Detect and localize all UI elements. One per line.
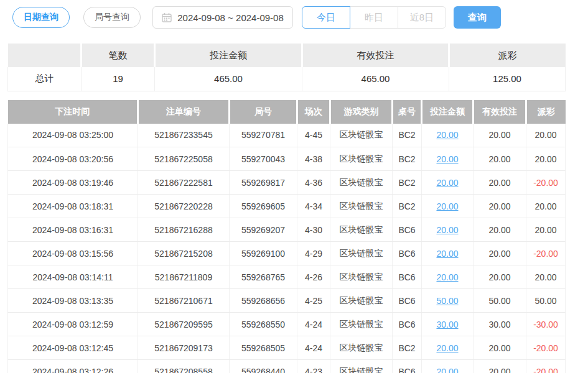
round-query-button[interactable]: 局号查询: [83, 7, 141, 28]
cell-payout: -20.00: [526, 171, 566, 195]
bet-table-row: 2024-09-08 03:12:45 521867209173 5592685…: [8, 336, 566, 360]
header-table-id: 桌号: [393, 100, 422, 124]
bet-table-row: 2024-09-08 03:14:11 521867211809 5592687…: [8, 265, 566, 289]
cell-bet-id: 521867209173: [138, 336, 230, 360]
cell-game-type: 区块链骰宝: [330, 313, 393, 336]
summary-header-valid-bet: 有效投注: [302, 44, 449, 67]
header-bet-id: 注单编号: [138, 100, 230, 124]
cell-session: 4-30: [297, 218, 330, 242]
cell-valid-bet: 20.00: [474, 265, 526, 289]
cell-round-id: 559270781: [230, 124, 297, 147]
cell-payout: -20.00: [526, 242, 566, 265]
bet-table-row: 2024-09-08 03:15:56 521867215208 5592691…: [8, 242, 566, 265]
cell-game-type: 区块链骰宝: [330, 171, 393, 195]
bet-amount-link[interactable]: 50.00: [436, 296, 458, 306]
cell-valid-bet: 20.00: [474, 218, 526, 242]
summary-header-corner: [8, 44, 82, 67]
cell-table-id: BC6: [393, 265, 422, 289]
cell-table-id: BC6: [393, 360, 422, 373]
bet-amount-link[interactable]: 20.00: [436, 249, 458, 259]
cell-valid-bet: 20.00: [474, 242, 526, 265]
cell-round-id: 559270043: [230, 147, 297, 171]
cell-session: 4-24: [297, 313, 330, 336]
date-query-button[interactable]: 日期查询: [12, 7, 70, 28]
cell-bet-id: 521867225058: [138, 147, 230, 171]
bet-amount-link[interactable]: 20.00: [436, 178, 458, 188]
cell-payout: 20.00: [526, 147, 566, 171]
bet-amount-link[interactable]: 20.00: [436, 343, 458, 353]
cell-bet-id: 521867220228: [138, 195, 230, 218]
bet-amount-link[interactable]: 20.00: [436, 272, 458, 282]
cell-session: 4-38: [297, 147, 330, 171]
cell-valid-bet: 20.00: [474, 336, 526, 360]
cell-game-type: 区块链骰宝: [330, 124, 393, 147]
bet-amount-link[interactable]: 20.00: [436, 154, 458, 164]
cell-bet-amount: 20.00: [422, 265, 474, 289]
cell-round-id: 559269100: [230, 242, 297, 265]
cell-session: 4-26: [297, 265, 330, 289]
yesterday-button[interactable]: 昨日: [350, 6, 398, 29]
cell-bet-time: 2024-09-08 03:14:11: [8, 265, 138, 289]
cell-bet-amount: 20.00: [422, 124, 474, 147]
summary-total-bet-amount: 465.00: [155, 67, 302, 91]
bet-amount-link[interactable]: 20.00: [436, 130, 458, 140]
cell-bet-id: 521867216288: [138, 218, 230, 242]
cell-payout: 20.00: [526, 124, 566, 147]
summary-header-payout: 派彩: [449, 44, 566, 67]
cell-session: 4-36: [297, 171, 330, 195]
cell-bet-amount: 20.00: [422, 147, 474, 171]
cell-valid-bet: 20.00: [474, 147, 526, 171]
search-button[interactable]: 查询: [454, 6, 501, 29]
cell-game-type: 区块链骰宝: [330, 242, 393, 265]
bet-amount-link[interactable]: 20.00: [436, 201, 458, 211]
header-round-id: 局号: [230, 100, 297, 124]
bet-table-body: 2024-09-08 03:25:00 521867233545 5592707…: [8, 124, 566, 373]
bet-amount-link[interactable]: 20.00: [436, 225, 458, 235]
bet-table-row: 2024-09-08 03:18:31 521867220228 5592696…: [8, 195, 566, 218]
cell-game-type: 区块链骰宝: [330, 289, 393, 313]
bet-table-header-row: 下注时间 注单编号 局号 场次 游戏类别 桌号 投注金额 有效投注 派彩: [8, 100, 566, 124]
cell-bet-time: 2024-09-08 03:19:46: [8, 171, 138, 195]
bet-amount-link[interactable]: 20.00: [436, 367, 458, 373]
cell-valid-bet: 50.00: [474, 289, 526, 313]
date-range-value: 2024-09-08 ~ 2024-09-08: [177, 12, 284, 23]
today-button[interactable]: 今日: [302, 6, 350, 29]
query-toolbar: 日期查询 局号查询 2024-09-08 ~ 2024-09-08 今日 昨日 …: [0, 0, 588, 29]
bet-table-row: 2024-09-08 03:20:56 521867225058 5592700…: [8, 147, 566, 171]
quick-range-group: 今日 昨日 近8日: [302, 6, 446, 29]
cell-payout: -30.00: [526, 313, 566, 336]
cell-bet-id: 521867211809: [138, 265, 230, 289]
cell-game-type: 区块链骰宝: [330, 265, 393, 289]
cell-valid-bet: 20.00: [474, 171, 526, 195]
cell-game-type: 区块链骰宝: [330, 147, 393, 171]
cell-bet-amount: 20.00: [422, 218, 474, 242]
bet-records-table: 下注时间 注单编号 局号 场次 游戏类别 桌号 投注金额 有效投注 派彩 202…: [7, 100, 566, 373]
cell-bet-time: 2024-09-08 03:18:31: [8, 195, 138, 218]
cell-bet-amount: 50.00: [422, 289, 474, 313]
cell-payout: -20.00: [526, 360, 566, 373]
cell-bet-time: 2024-09-08 03:13:35: [8, 289, 138, 313]
cell-bet-id: 521867222581: [138, 171, 230, 195]
summary-total-payout: 125.00: [449, 67, 566, 91]
last-8-days-button[interactable]: 近8日: [398, 6, 446, 29]
cell-round-id: 559268550: [230, 313, 297, 336]
cell-session: 4-29: [297, 242, 330, 265]
bet-amount-link[interactable]: 30.00: [436, 320, 458, 329]
cell-game-type: 区块链骰宝: [330, 218, 393, 242]
cell-bet-amount: 20.00: [422, 242, 474, 265]
cell-bet-amount: 20.00: [422, 195, 474, 218]
summary-header-count: 笔数: [82, 44, 155, 67]
cell-round-id: 559268765: [230, 265, 297, 289]
cell-round-id: 559269605: [230, 195, 297, 218]
cell-bet-time: 2024-09-08 03:25:00: [8, 124, 138, 147]
cell-table-id: BC2: [393, 336, 422, 360]
cell-round-id: 559268440: [230, 360, 297, 373]
cell-table-id: BC6: [393, 218, 422, 242]
header-game-type: 游戏类别: [330, 100, 393, 124]
cell-bet-time: 2024-09-08 03:12:59: [8, 313, 138, 336]
bet-table-row: 2024-09-08 03:13:35 521867210671 5592686…: [8, 289, 566, 313]
cell-game-type: 区块链骰宝: [330, 360, 393, 373]
cell-table-id: BC2: [393, 147, 422, 171]
date-range-picker[interactable]: 2024-09-08 ~ 2024-09-08: [152, 6, 293, 29]
summary-total-row: 总计 19 465.00 465.00 125.00: [8, 67, 566, 91]
